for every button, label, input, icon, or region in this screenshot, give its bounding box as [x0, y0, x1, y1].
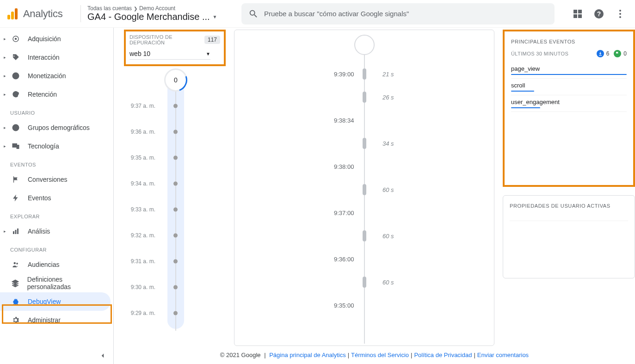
sidebar-item-grupos-demográficos[interactable]: ▸Grupos demográficos [0, 118, 111, 137]
sidebar-item-eventos[interactable]: Eventos [0, 189, 111, 207]
property-name: GA4 - Google Merchandise ... [87, 12, 210, 22]
duration-label: 60 s [382, 279, 394, 286]
svg-rect-14 [17, 145, 19, 149]
sidebar-item-audiencias[interactable]: Audiencias [0, 255, 111, 274]
sidebar-item-debugview[interactable]: DebugView [0, 292, 111, 311]
breadcrumb: Todas las cuentas ❯ Demo Account [87, 5, 233, 12]
expand-icon: ▸ [4, 37, 8, 41]
conversion-count-chip: 0 [614, 50, 627, 57]
minute-row[interactable]: 9:37 a. m. [124, 93, 226, 119]
top-events-title: PRINCIPALES EVENTOS [511, 39, 627, 44]
top-events-subtitle: ÚLTIMOS 30 MINUTOS [511, 51, 568, 56]
flag-icon [10, 175, 21, 184]
help-icon[interactable]: ? [593, 8, 604, 19]
svg-point-7 [619, 13, 621, 15]
more-vert-icon[interactable] [615, 8, 626, 19]
page-footer: © 2021 Google | Página principal de Anal… [114, 346, 635, 364]
collapse-sidebar-button[interactable] [99, 352, 107, 361]
sidebar-item-interacción[interactable]: ▸Interacción [0, 48, 111, 67]
event-row[interactable]: scroll [511, 79, 627, 95]
minute-row[interactable]: 9:33 a. m. [124, 197, 226, 222]
top-events-card: PRINCIPALES EVENTOS ÚLTIMOS 30 MINUTOS 6 [503, 30, 635, 187]
property-switcher[interactable]: Todas las cuentas ❯ Demo Account GA4 - G… [80, 5, 238, 22]
current-event-circle[interactable] [354, 35, 375, 55]
svg-point-8 [619, 16, 621, 18]
tag-icon [10, 53, 21, 62]
duration-pill[interactable] [363, 92, 366, 103]
footer-link[interactable]: Términos del Servicio [351, 352, 409, 358]
minute-row[interactable]: 9:31 a. m. [124, 248, 226, 274]
event-bar [511, 74, 627, 75]
duration-pill[interactable] [363, 138, 366, 149]
duration-pill[interactable] [363, 184, 366, 195]
duration-pill[interactable] [363, 277, 366, 288]
second-row: 60 s [234, 271, 494, 294]
dropdown-icon: ▼ [206, 51, 210, 56]
second-time-label: 9:38:00 [334, 163, 354, 170]
duration-label: 60 s [382, 186, 394, 193]
svg-point-19 [16, 263, 18, 265]
minute-time-label: 9:31 a. m. [124, 258, 161, 265]
duration-pill[interactable] [363, 230, 366, 241]
sidebar-item-retención[interactable]: ▸Retención [0, 85, 111, 104]
sidebar-item-label: Análisis [28, 228, 50, 235]
stack-icon [10, 279, 21, 287]
sidebar-item-análisis[interactable]: ▸Análisis [0, 222, 111, 241]
sidebar-item-monetización[interactable]: ▸Monetización [0, 67, 111, 85]
second-row: 9:37:00 [234, 201, 494, 224]
event-bar [511, 107, 540, 108]
debug-device-selector[interactable]: web 10 ▼ [129, 50, 210, 60]
sidebar-item-label: Audiencias [28, 261, 60, 268]
event-row[interactable]: page_view [511, 62, 627, 79]
brand-logo[interactable]: Analytics [7, 8, 77, 20]
minute-bubble[interactable]: 0 [166, 70, 186, 90]
brand-name: Analytics [23, 8, 62, 20]
app-body: ▸Adquisición▸Interacción▸Monetización▸Re… [0, 28, 635, 364]
svg-point-6 [619, 10, 621, 12]
sidebar-item-tecnología[interactable]: ▸Tecnología [0, 137, 111, 155]
second-row: 60 s [234, 178, 494, 201]
svg-rect-3 [578, 14, 582, 18]
sidebar-item-label: Monetización [28, 72, 66, 80]
second-row: 60 s [234, 224, 494, 247]
bug-icon [10, 297, 21, 306]
event-row[interactable]: user_engagement [511, 95, 627, 112]
sidebar-item-label: Administrar [28, 316, 61, 324]
footer-link[interactable]: Página principal de Analytics [269, 352, 346, 358]
minute-row[interactable]: 9:29 a. m. [124, 300, 226, 326]
minute-dot [173, 104, 178, 108]
search-icon [248, 9, 259, 19]
event-count-chip: 6 [597, 50, 610, 57]
sidebar-item-adquisición[interactable]: ▸Adquisición [0, 30, 111, 48]
duration-pill[interactable] [363, 68, 366, 80]
minute-row[interactable]: 9:36 a. m. [124, 119, 226, 145]
apps-icon[interactable] [572, 8, 583, 19]
minute-row[interactable]: 9:34 a. m. [124, 171, 226, 197]
footer-link[interactable]: Política de Privacidad [414, 352, 472, 358]
minute-row[interactable]: 9:32 a. m. [124, 222, 226, 248]
minute-time-label: 9:29 a. m. [124, 310, 161, 316]
second-time-label: 9:38:34 [334, 117, 354, 124]
minute-row[interactable]: 9:35 a. m. [124, 145, 226, 171]
dropdown-icon: ▼ [213, 14, 217, 19]
sidebar-section-heading: EVENTOS [0, 155, 113, 170]
globe-icon [10, 123, 21, 132]
minute-dot [173, 311, 178, 315]
copyright: © 2021 Google [220, 352, 261, 358]
search-bar[interactable]: Pruebe a buscar "cómo activar Google sig… [241, 3, 555, 25]
svg-rect-15 [13, 231, 14, 234]
search-placeholder: Pruebe a buscar "cómo activar Google sig… [264, 10, 409, 18]
minute-row[interactable]: 9:30 a. m. [124, 274, 226, 300]
second-row: 9:39:0021 s [234, 62, 494, 86]
footer-link[interactable]: Enviar comentarios [477, 352, 529, 358]
second-time-label: 9:39:00 [334, 71, 354, 78]
sidebar-item-definiciones-personalizadas[interactable]: Definiciones personalizadas [0, 274, 111, 292]
duration-label: 34 s [382, 140, 394, 147]
refresh-icon [10, 90, 21, 99]
second-row: 9:35:00 [234, 294, 494, 317]
sidebar-item-label: Adquisición [28, 35, 61, 43]
sidebar-item-conversiones[interactable]: Conversiones [0, 170, 111, 189]
event-name: user_engagement [511, 99, 627, 105]
second-time-label: 9:36:00 [334, 256, 354, 263]
sidebar-item-administrar[interactable]: Administrar [0, 311, 111, 329]
